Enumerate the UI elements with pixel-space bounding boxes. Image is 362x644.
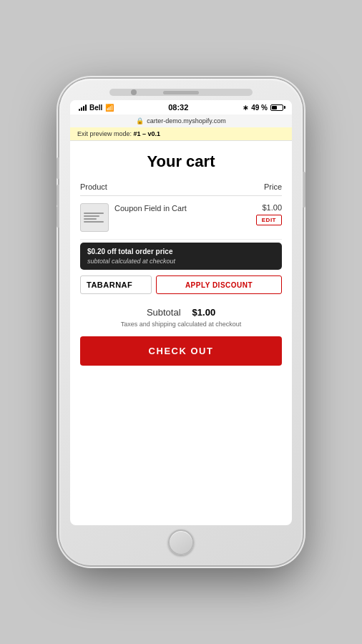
phone-shell: Bell 📶 08:32 ∗ 49 % 🔒 carter-demo.myshop… [59,79,303,565]
preview-text: Exit preview mode: [77,130,134,137]
product-price: $1.00 [262,203,282,212]
url-text: carter-demo.myshopify.com [147,117,225,125]
status-left: Bell 📶 [79,104,114,112]
edit-button[interactable]: EDIT [256,215,282,225]
checkout-button[interactable]: CHECK OUT [80,336,282,366]
status-right: ∗ 49 % [243,104,283,112]
phone-top-bar [109,89,253,96]
signal-bars-icon [79,104,87,111]
discount-sub-text: subtotal calculated at checkout [87,258,175,265]
battery-percent: 49 % [251,104,268,112]
discount-tooltip: $0.20 off total order price subtotal cal… [80,243,282,270]
product-thumbnail [80,203,109,232]
phone-bottom-bar [168,530,194,555]
phone-screen: Bell 📶 08:32 ∗ 49 % 🔒 carter-demo.myshop… [70,100,292,525]
apply-discount-button[interactable]: APPLY DISCOUNT [156,275,282,294]
home-button[interactable] [168,530,194,555]
preview-banner[interactable]: Exit preview mode: #1 – v0.1 [70,127,292,141]
cart-content: Your cart Product Price Coupon Field in … [70,141,292,525]
tax-note: Taxes and shipping calculated at checkou… [80,321,282,328]
bluetooth-icon: ∗ [243,104,248,112]
price-header: Price [264,182,282,191]
url-bar[interactable]: 🔒 carter-demo.myshopify.com [70,114,292,127]
discount-main-text: $0.20 off total order price [87,248,275,255]
wifi-icon: 📶 [105,104,114,112]
cart-title: Your cart [80,141,282,178]
coupon-input[interactable] [80,275,152,294]
status-bar: Bell 📶 08:32 ∗ 49 % [70,100,292,114]
product-name: Coupon Field in Cart [114,203,250,213]
earpiece-speaker [163,91,199,94]
preview-version: #1 – v0.1 [134,130,161,137]
battery-icon [270,104,283,111]
cart-item: Coupon Field in Cart $1.00 EDIT [80,196,282,240]
carrier-label: Bell [89,104,102,112]
product-price-col: $1.00 EDIT [256,203,282,225]
subtotal-value: $1.00 [192,307,216,318]
coupon-row: APPLY DISCOUNT [80,275,282,294]
lock-icon: 🔒 [136,117,144,125]
subtotal-row: Subtotal $1.00 [80,300,282,321]
product-header: Product [80,182,107,191]
subtotal-label: Subtotal [147,307,181,318]
product-details: Coupon Field in Cart [114,203,250,213]
front-camera [131,89,137,95]
cart-table-header: Product Price [80,178,282,196]
clock: 08:32 [168,103,188,112]
